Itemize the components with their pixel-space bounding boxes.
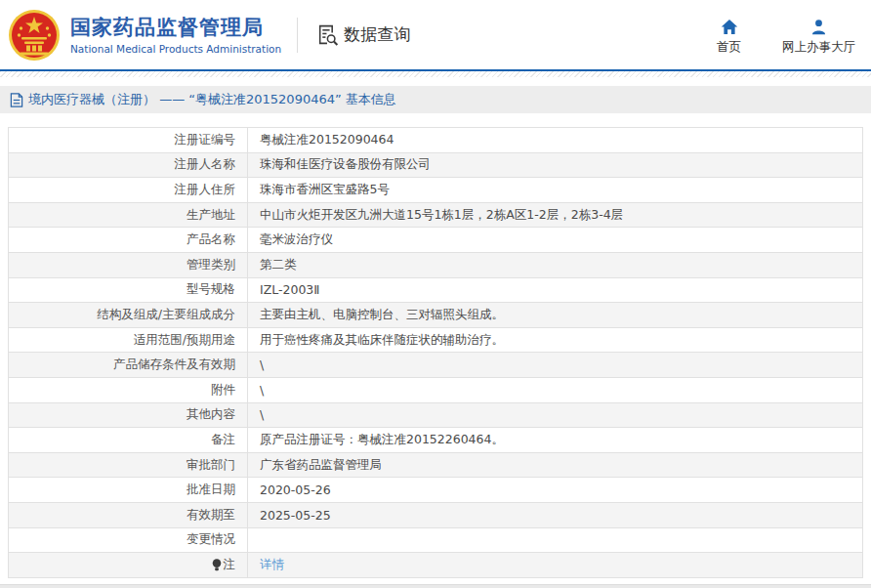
data-query-label: 数据查询 [344, 23, 410, 46]
row-label: 生产地址 [9, 203, 248, 228]
row-value: 2020-05-26 [248, 478, 862, 502]
table-row: 备注原产品注册证号：粤械注准20152260464。 [9, 428, 862, 453]
row-label: 有效期至 [9, 503, 248, 527]
row-value: 粤械注准20152090464 [248, 128, 862, 152]
nav-home[interactable]: 首页 [717, 19, 741, 56]
row-value: 毫米波治疗仪 [248, 228, 862, 252]
row-value: \ [248, 378, 862, 402]
breadcrumb-text: 境内医疗器械（注册） —— “粤械注准20152090464” 基本信息 [28, 91, 396, 108]
row-label: 附件 [9, 378, 248, 402]
top-nav: 首页 网上办事大厅 [717, 15, 855, 56]
note-icon [212, 559, 222, 571]
header-divider [297, 18, 298, 53]
row-value: 主要由主机、电脑控制台、三对辐照头组成。 [248, 303, 862, 327]
table-row: 结构及组成/主要组成成分主要由主机、电脑控制台、三对辐照头组成。 [9, 303, 862, 328]
national-emblem-icon [8, 9, 61, 62]
table-row: 其他内容\ [9, 403, 862, 429]
table-row: 适用范围/预期用途用于癌性疼痛及其临床伴随症状的辅助治疗。 [9, 328, 862, 354]
person-icon [810, 19, 827, 35]
row-value: IZL-2003Ⅱ [248, 278, 862, 303]
row-label: 注册人名称 [9, 153, 248, 178]
row-label: 产品储存条件及有效期 [9, 353, 248, 377]
header-logo[interactable]: 国家药品监督管理局 National Medical Products Admi… [8, 9, 281, 62]
table-row: 注册证编号粤械注准20152090464 [9, 128, 862, 153]
table-row: 注册人住所珠海市香洲区宝盛路5号 [9, 178, 862, 203]
row-label: 管理类别 [9, 253, 248, 277]
row-value: 用于癌性疼痛及其临床伴随症状的辅助治疗。 [248, 328, 862, 353]
row-value [248, 528, 862, 553]
hatch-divider [0, 71, 871, 77]
table-row: 附件\ [9, 378, 862, 403]
row-label: 变更情况 [9, 528, 248, 553]
table-row: 产品名称毫米波治疗仪 [9, 228, 862, 253]
table-row: 注册人名称珠海和佳医疗设备股份有限公司 [9, 153, 862, 179]
row-label: 备注 [9, 428, 248, 452]
nav-home-label: 首页 [717, 39, 741, 56]
row-label: 审批部门 [9, 453, 248, 478]
row-value: 珠海和佳医疗设备股份有限公司 [248, 153, 862, 178]
detail-link[interactable]: 详情 [260, 557, 284, 573]
page-header: 国家药品监督管理局 National Medical Products Admi… [0, 0, 871, 69]
table-row: 有效期至2025-05-25 [9, 503, 862, 528]
row-value: 详情 [248, 553, 862, 577]
document-search-icon [315, 22, 340, 47]
table-row: 审批部门广东省药品监督管理局 [9, 453, 862, 479]
nav-service-hall[interactable]: 网上办事大厅 [782, 19, 855, 56]
row-value: 中山市火炬开发区九洲大道15号1栋1层，2栋A区1-2层，2栋3-4层 [248, 203, 862, 228]
row-value: 2025-05-25 [248, 503, 862, 527]
row-label: 产品名称 [9, 228, 248, 252]
row-label: 其他内容 [9, 403, 248, 428]
data-query-nav[interactable]: 数据查询 [315, 22, 410, 47]
row-value: 原产品注册证号：粤械注准20152260464。 [248, 428, 862, 452]
row-label: 适用范围/预期用途 [9, 328, 248, 353]
row-label: 注册人住所 [9, 178, 248, 202]
breadcrumb: 境内医疗器械（注册） —— “粤械注准20152090464” 基本信息 [0, 86, 871, 113]
table-row: 生产地址中山市火炬开发区九洲大道15号1栋1层，2栋A区1-2层，2栋3-4层 [9, 203, 862, 229]
row-label: 批准日期 [9, 478, 248, 502]
nav-service-hall-label: 网上办事大厅 [782, 39, 855, 56]
row-value: 广东省药品监督管理局 [248, 453, 862, 478]
row-value: 第二类 [248, 253, 862, 277]
agency-name-cn: 国家药品监督管理局 [70, 15, 281, 40]
home-icon [721, 19, 738, 35]
row-label: 结构及组成/主要组成成分 [9, 303, 248, 327]
row-value: \ [248, 403, 862, 428]
table-row: 产品储存条件及有效期\ [9, 353, 862, 378]
table-row: 变更情况 [9, 528, 862, 554]
row-label: 注 [9, 553, 248, 577]
row-value: 珠海市香洲区宝盛路5号 [248, 178, 862, 202]
table-row: 管理类别第二类 [9, 253, 862, 278]
row-label: 型号规格 [9, 278, 248, 303]
footer-bar [0, 584, 871, 588]
agency-title-block: 国家药品监督管理局 National Medical Products Admi… [70, 15, 281, 54]
row-value: \ [248, 353, 862, 377]
page-icon [10, 93, 23, 107]
detail-table: 注册证编号粤械注准20152090464注册人名称珠海和佳医疗设备股份有限公司注… [8, 127, 863, 578]
table-row: 批准日期2020-05-26 [9, 478, 862, 503]
table-row: 注详情 [9, 553, 862, 578]
row-label: 注册证编号 [9, 128, 248, 152]
table-row: 型号规格IZL-2003Ⅱ [9, 278, 862, 304]
agency-name-en: National Medical Products Administration [70, 43, 281, 55]
